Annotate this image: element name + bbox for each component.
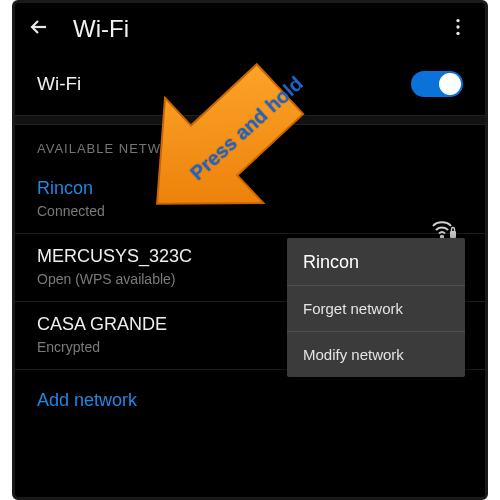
network-status: Connected — [37, 203, 463, 219]
svg-rect-4 — [450, 231, 456, 238]
section-divider — [15, 115, 485, 125]
wifi-toggle-switch[interactable] — [411, 71, 463, 97]
network-item-rincon[interactable]: Rincon Connected — [15, 166, 485, 234]
more-options-icon[interactable] — [447, 16, 469, 42]
app-header: Wi-Fi — [15, 3, 485, 53]
forget-network-item[interactable]: Forget network — [287, 285, 465, 331]
available-networks-header: AVAILABLE NETWORKS — [15, 125, 485, 166]
wifi-toggle-label: Wi-Fi — [37, 73, 81, 95]
network-name: Rincon — [37, 178, 463, 199]
wifi-toggle-row[interactable]: Wi-Fi — [15, 53, 485, 115]
network-context-menu: Rincon Forget network Modify network — [287, 238, 465, 377]
back-arrow-icon[interactable] — [27, 15, 51, 43]
svg-point-2 — [456, 32, 459, 35]
wifi-settings-screen: Wi-Fi Wi-Fi AVAILABLE NETWORKS Rincon Co… — [12, 0, 488, 500]
svg-point-0 — [456, 19, 459, 22]
add-network-button[interactable]: Add network — [15, 370, 485, 431]
svg-point-1 — [456, 25, 459, 28]
context-menu-title: Rincon — [287, 238, 465, 285]
page-title: Wi-Fi — [73, 15, 129, 43]
modify-network-item[interactable]: Modify network — [287, 331, 465, 377]
